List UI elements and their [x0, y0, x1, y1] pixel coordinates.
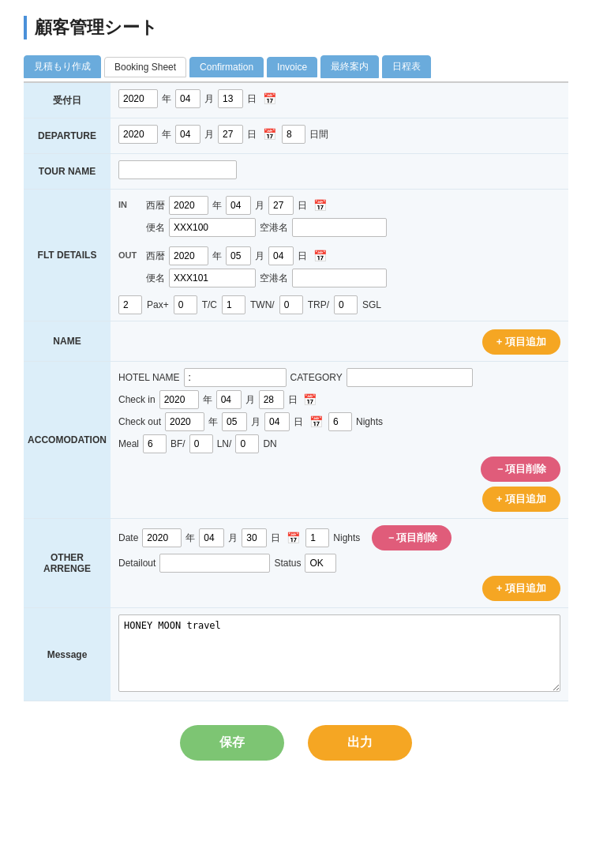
other-day-input[interactable] — [242, 528, 267, 547]
other-detail-label: Detailout — [118, 558, 155, 569]
hotel-name-label: HOTEL NAME — [118, 372, 180, 383]
tab-confirmation[interactable]: Confirmation — [189, 57, 264, 77]
meal-label: Meal — [118, 438, 139, 449]
reception-year-input[interactable] — [118, 89, 158, 108]
checkout-month-input[interactable] — [222, 412, 247, 431]
reception-day-input[interactable] — [218, 89, 243, 108]
message-textarea[interactable]: HONEY MOON travel — [118, 614, 560, 692]
accomodation-row: ACCOMODATION HOTEL NAME CATEGORY Check i… — [24, 362, 568, 519]
flt-in-day-input[interactable] — [268, 196, 294, 215]
checkin-day-input[interactable] — [259, 390, 284, 409]
flt-out-month-input[interactable] — [226, 246, 251, 265]
other-status-label: Status — [274, 558, 301, 569]
departure-calendar-icon[interactable]: 📅 — [260, 126, 278, 143]
tab-booking[interactable]: Booking Sheet — [104, 57, 186, 77]
flt-out-calendar-icon[interactable]: 📅 — [311, 247, 328, 265]
other-del-button[interactable]: －項目削除 — [372, 525, 451, 550]
other-calendar-icon[interactable]: 📅 — [284, 529, 302, 547]
hotel-name-input[interactable] — [184, 368, 287, 387]
reception-calendar-icon[interactable]: 📅 — [260, 90, 278, 107]
dn-label: DN — [263, 438, 276, 449]
twin-label: TWN/ — [250, 299, 275, 310]
checkout-calendar-icon[interactable]: 📅 — [307, 413, 324, 430]
ln-input[interactable] — [189, 434, 213, 453]
checkin-calendar-icon[interactable]: 📅 — [302, 391, 319, 408]
departure-month-input[interactable] — [175, 125, 200, 144]
checkout-label: Check out — [118, 416, 161, 427]
footer-buttons: 保存 出力 — [24, 725, 568, 776]
tab-final[interactable]: 最終案内 — [320, 55, 379, 78]
flt-in-calendar-icon[interactable]: 📅 — [311, 197, 328, 214]
flt-out-day-input[interactable] — [268, 246, 294, 265]
other-add-button[interactable]: + 項目追加 — [482, 576, 560, 601]
flt-in-year-input[interactable] — [169, 196, 208, 215]
departure-day-input[interactable] — [218, 125, 243, 144]
tour-name-row: TOUR NAME — [24, 154, 568, 190]
other-year-input[interactable] — [142, 528, 182, 547]
message-content: HONEY MOON travel — [111, 608, 568, 701]
tab-invoice[interactable]: Invoice — [267, 57, 317, 77]
checkout-day-input[interactable] — [264, 412, 290, 431]
pax-input[interactable] — [118, 295, 142, 314]
departure-days-input[interactable] — [282, 125, 305, 144]
save-button[interactable]: 保存 — [180, 725, 284, 761]
other-month-input[interactable] — [199, 528, 224, 547]
other-arrenge-label: OTHER ARRENGE — [24, 519, 111, 607]
flt-in-month-input[interactable] — [226, 196, 251, 215]
accom-del-button[interactable]: －項目削除 — [481, 457, 560, 482]
other-detail-input[interactable] — [159, 554, 270, 573]
message-label: Message — [24, 608, 111, 701]
flt-out-seireki: 西暦 — [146, 250, 165, 263]
nights-input[interactable] — [328, 412, 352, 431]
flt-in-airport-label: 空港名 — [260, 221, 288, 235]
flt-out-airport-input[interactable] — [292, 269, 387, 287]
tab-estimate[interactable]: 見積もり作成 — [24, 55, 101, 78]
checkin-year-input[interactable] — [159, 390, 199, 409]
departure-year-input[interactable] — [118, 125, 158, 144]
output-button[interactable]: 出力 — [308, 725, 412, 761]
dn-input[interactable] — [235, 434, 259, 453]
flt-in-airport-input[interactable] — [292, 218, 387, 237]
sgl-input[interactable] — [334, 295, 358, 314]
pax-row: Pax+ T/C TWN/ TRP/ SGL — [118, 295, 560, 314]
other-status-input[interactable] — [305, 554, 336, 573]
nights-label: Nights — [356, 416, 383, 427]
checkin-label: Check in — [118, 394, 155, 405]
tour-name-input[interactable] — [118, 160, 237, 179]
accom-add-button[interactable]: + 項目追加 — [482, 487, 560, 512]
page-title: 顧客管理シート — [24, 16, 568, 39]
year-unit: 年 — [162, 92, 171, 106]
reception-month-input[interactable] — [175, 89, 200, 108]
tc-label: T/C — [202, 299, 217, 310]
name-label: NAME — [24, 321, 111, 361]
other-nights-label: Nights — [333, 532, 360, 543]
name-add-button[interactable]: + 項目追加 — [482, 329, 560, 355]
flt-out-row: OUT 西暦 年 月 日 📅 便名 空港名 — [118, 246, 560, 291]
trp-input[interactable] — [279, 295, 303, 314]
bf-input[interactable] — [143, 434, 167, 453]
days-unit: 日間 — [309, 128, 328, 141]
checkout-year-input[interactable] — [165, 412, 204, 431]
other-nights-input[interactable] — [305, 528, 329, 547]
twin-input[interactable] — [222, 295, 245, 314]
flt-in-label: IN — [118, 196, 146, 213]
reception-row: 受付日 年 月 日 📅 — [24, 83, 568, 118]
flt-in-flight-input[interactable] — [169, 218, 256, 237]
category-input[interactable] — [347, 368, 473, 387]
bf-label: BF/ — [170, 438, 185, 449]
pax-label: Pax+ — [147, 299, 169, 310]
name-content: + 項目追加 — [111, 321, 568, 361]
tc-input[interactable] — [174, 295, 197, 314]
other-buttons: + 項目追加 — [118, 576, 560, 601]
flt-in-row: IN 西暦 年 月 日 📅 便名 空港名 — [118, 196, 560, 240]
other-arrenge-row: OTHER ARRENGE Date 年 月 日 📅 Nights －項目削除 … — [24, 519, 568, 608]
dep-day-unit: 日 — [247, 128, 257, 141]
category-label: CATEGORY — [290, 372, 343, 383]
departure-row: DEPARTURE 年 月 日 📅 日間 — [24, 118, 568, 154]
flt-out-year-input[interactable] — [169, 246, 208, 265]
tab-itinerary[interactable]: 日程表 — [382, 55, 431, 78]
flt-out-flight-input[interactable] — [169, 269, 256, 287]
departure-content: 年 月 日 📅 日間 — [111, 118, 568, 153]
checkin-month-input[interactable] — [216, 390, 242, 409]
accomodation-label: ACCOMODATION — [24, 362, 111, 518]
